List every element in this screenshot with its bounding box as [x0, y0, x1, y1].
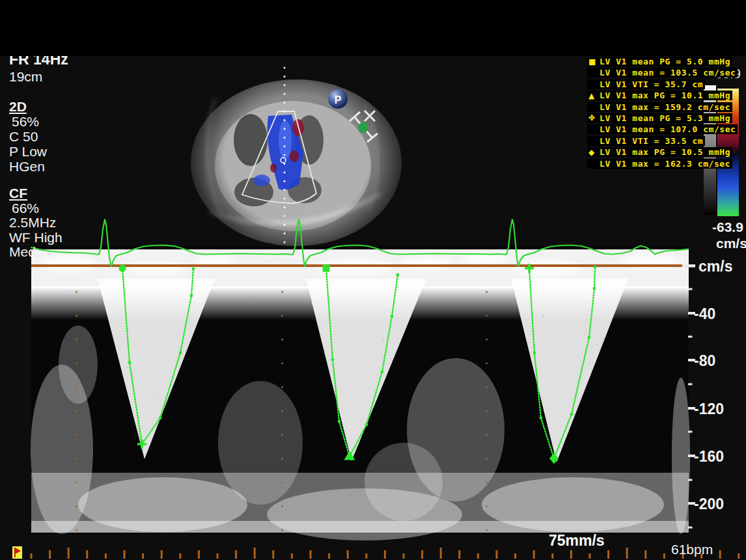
echo-2d-thumbnail: P	[191, 65, 402, 254]
measurement-row: LV V1 max = 162.3 cm/sec	[587, 159, 732, 169]
physio-flag-icon	[12, 546, 22, 559]
colorbar-min-label: -63.9	[712, 219, 743, 235]
cursor-line-dots	[284, 67, 286, 244]
freq-cf: 2.5MHz	[9, 216, 56, 230]
top-mask-bar	[0, 0, 746, 56]
axis-label--120: -120	[694, 400, 746, 418]
med-cf: Med	[9, 245, 36, 259]
mode-cf-title: CF	[9, 186, 27, 201]
heart-rate-label: 61bpm	[671, 542, 713, 557]
axis-label--160: -160	[694, 448, 746, 466]
measurement-row: LV V1 VTI = 33.5 cm	[587, 136, 705, 146]
square-marker-icon: ■	[588, 57, 600, 66]
persist-2d: P Low	[9, 145, 47, 159]
wall-filter-cf: WF High	[9, 231, 62, 245]
measurement-row: ✤LV V1 mean PG = 5.3 mmHg	[587, 113, 732, 123]
sweep-speed-label: 75mm/s	[549, 532, 605, 550]
axis-label--80: -80	[694, 352, 746, 370]
measurement-results: ■LV V1 mean PG = 5.0 mmHg LV V1 mean = 1…	[587, 57, 738, 170]
axis-label--40: -40	[694, 305, 746, 323]
spectral-area	[31, 219, 695, 540]
probe-marker-icon: P	[328, 89, 348, 109]
gain-2d: 56%	[12, 115, 39, 129]
hgen-2d: HGen	[9, 160, 45, 174]
club-marker-icon: ✤	[588, 113, 600, 122]
axis-label--200: -200	[694, 496, 746, 513]
measurement-row: ◆LV V1 max PG = 10.5 mmHg	[587, 147, 732, 157]
measurement-row: ▲LV V1 max PG = 10.1 mmHg	[587, 91, 732, 100]
axis-unit-label: cm/s	[698, 258, 746, 275]
triangle-marker-icon: ▲	[588, 91, 600, 100]
zero-tick	[682, 264, 695, 268]
ultrasound-screen: P	[0, 0, 746, 560]
compress-2d: C 50	[9, 130, 38, 144]
mode-2d-title: 2D	[9, 100, 27, 114]
gain-cf: 66%	[12, 201, 39, 216]
depth-label: 19cm	[9, 70, 42, 84]
measurement-row: LV V1 VTI = 35.7 cm	[587, 79, 705, 89]
timeline-ticks	[31, 548, 740, 559]
measurement-row: LV V1 mean = 103.5 cm/sec	[587, 68, 738, 77]
colorbar-unit: cm/s	[716, 236, 746, 251]
diamond-marker-icon: ◆	[588, 148, 600, 157]
measurement-row: LV V1 mean = 107.0 cm/sec	[587, 124, 738, 134]
measurement-row: ■LV V1 mean PG = 5.0 mmHg	[587, 57, 732, 66]
doppler-baseline	[31, 264, 682, 267]
probe-letter: P	[335, 94, 342, 105]
measurement-row: LV V1 max = 159.2 cm/sec	[587, 102, 732, 112]
